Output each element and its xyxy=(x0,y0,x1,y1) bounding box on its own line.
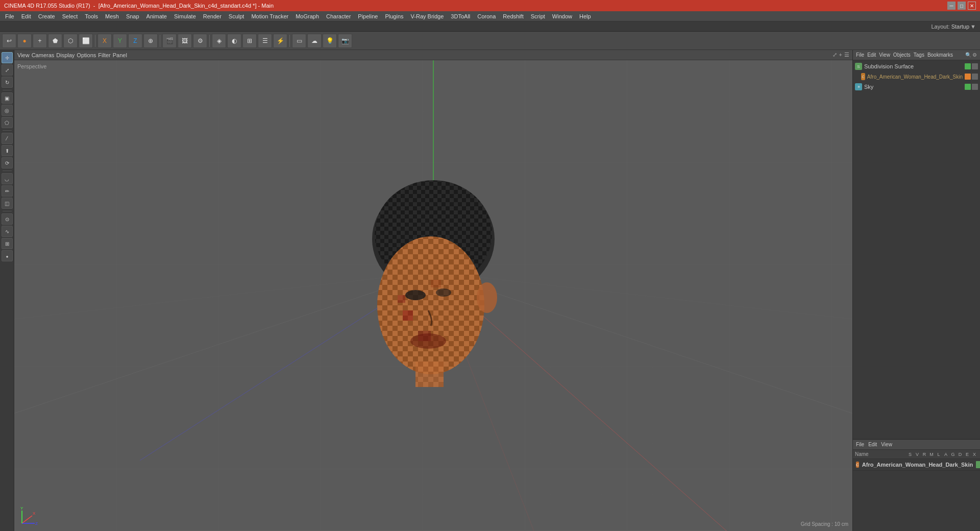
subdivision-dot-2[interactable] xyxy=(972,63,978,69)
menu-simulate[interactable]: Simulate xyxy=(171,12,199,20)
menu-render[interactable]: Render xyxy=(200,12,225,20)
attr-menu-edit[interactable]: Edit xyxy=(868,442,877,447)
render-view-button[interactable]: 🎬 xyxy=(162,34,177,48)
menu-mograph[interactable]: MoGraph xyxy=(292,12,322,20)
menu-plugins[interactable]: Plugins xyxy=(382,12,406,20)
x-axis-button[interactable]: X xyxy=(97,34,112,48)
attr-menu-view[interactable]: View xyxy=(881,442,892,447)
poly-mode-button[interactable]: ⬡ xyxy=(63,34,78,48)
menu-file[interactable]: File xyxy=(2,12,17,20)
viewport-ctrl-3[interactable]: ☰ xyxy=(844,52,849,58)
undo-button[interactable]: ↩ xyxy=(2,34,16,48)
paint-tool[interactable]: ✏ xyxy=(2,185,13,197)
viewport-display-button[interactable]: ◈ xyxy=(212,34,226,48)
menu-motion-tracker[interactable]: Motion Tracker xyxy=(248,12,291,20)
render-button[interactable]: 🖼 xyxy=(178,34,192,48)
camera-button[interactable]: 📷 xyxy=(338,34,352,48)
select-all-button[interactable]: ⬜ xyxy=(79,34,93,48)
object-mode-button[interactable]: ● xyxy=(17,34,32,48)
obj-menu-tags[interactable]: Tags xyxy=(914,52,924,58)
scale-tool[interactable]: ⤢ xyxy=(2,64,13,76)
obj-menu-bookmarks[interactable]: Bookmarks xyxy=(927,52,953,58)
viewport-menu-cameras[interactable]: Cameras xyxy=(32,52,55,58)
mesh-tool[interactable]: ⊞ xyxy=(2,238,13,249)
move-tool[interactable]: ✛ xyxy=(2,52,13,63)
menu-corona[interactable]: Corona xyxy=(474,12,499,20)
select-rect-tool[interactable]: ▣ xyxy=(2,92,13,104)
menu-edit[interactable]: Edit xyxy=(18,12,34,20)
svg-point-27 xyxy=(436,288,451,297)
menu-pipeline[interactable]: Pipeline xyxy=(355,12,381,20)
minimize-button[interactable]: ─ xyxy=(947,2,955,10)
all-axes-button[interactable]: ⊕ xyxy=(143,34,158,48)
menu-window[interactable]: Window xyxy=(549,12,575,20)
menu-sculpt[interactable]: Sculpt xyxy=(226,12,248,20)
obj-item-sky[interactable]: ☀ Sky xyxy=(853,82,980,92)
menu-redshift[interactable]: Redshift xyxy=(500,12,526,20)
extrude-tool[interactable]: ⬆ xyxy=(2,145,13,156)
obj-settings-icon[interactable]: ⚙ xyxy=(972,52,977,58)
light-button[interactable]: 💡 xyxy=(323,34,337,48)
head-dot-1[interactable] xyxy=(965,74,971,80)
select-poly-tool[interactable]: ⬠ xyxy=(2,117,13,128)
right-panel: File Edit View Objects Tags Bookmarks 🔍 … xyxy=(852,50,980,531)
subdivision-dot-1[interactable] xyxy=(965,63,971,69)
viewport-shading-button[interactable]: ◐ xyxy=(227,34,241,48)
knife-tool[interactable]: ∕ xyxy=(2,133,13,144)
menu-select[interactable]: Select xyxy=(59,12,81,20)
obj-search-icon[interactable]: 🔍 xyxy=(965,52,971,58)
obj-menu-file[interactable]: File xyxy=(856,52,864,58)
weight-tool[interactable]: ⬥ xyxy=(2,250,13,261)
menu-help[interactable]: Help xyxy=(576,12,594,20)
viewport-menu-display[interactable]: Display xyxy=(56,52,75,58)
menu-animate[interactable]: Animate xyxy=(143,12,170,20)
menu-vray[interactable]: V-Ray Bridge xyxy=(408,12,447,20)
render-settings-button[interactable]: ⚙ xyxy=(193,34,207,48)
layout-arrow[interactable]: ▼ xyxy=(970,23,976,30)
menu-tools[interactable]: Tools xyxy=(82,12,101,20)
viewport-3d[interactable]: Perspective xyxy=(14,60,852,531)
loop-tool[interactable]: ⟳ xyxy=(2,157,13,168)
obj-item-subdivision[interactable]: S Subdivision Surface xyxy=(853,61,980,71)
edges-mode-button[interactable]: ⬟ xyxy=(48,34,62,48)
sky-dot-1[interactable] xyxy=(965,84,971,90)
viewport-ctrl-2[interactable]: + xyxy=(839,52,842,58)
magnet-tool[interactable]: ⊙ xyxy=(2,213,13,225)
y-axis-button[interactable]: Y xyxy=(113,34,127,48)
menu-script[interactable]: Script xyxy=(528,12,548,20)
sculpt-tool[interactable]: ◡ xyxy=(2,173,13,184)
maximize-button[interactable]: □ xyxy=(958,2,966,10)
obj-menu-objects[interactable]: Objects xyxy=(893,52,911,58)
floor-button[interactable]: ▭ xyxy=(292,34,306,48)
layout-value[interactable]: Startup xyxy=(951,23,969,30)
menu-3dtoall[interactable]: 3DToAll xyxy=(448,12,473,20)
attr-menu-file[interactable]: File xyxy=(856,442,864,447)
close-button[interactable]: ✕ xyxy=(968,2,976,10)
svg-line-36 xyxy=(22,516,32,523)
rotate-tool[interactable]: ↻ xyxy=(2,77,13,88)
menu-character[interactable]: Character xyxy=(323,12,354,20)
menu-snap[interactable]: Snap xyxy=(123,12,142,20)
obj-menu-edit[interactable]: Edit xyxy=(867,52,876,58)
viewport-wire-button[interactable]: ⊞ xyxy=(242,34,257,48)
viewport-filter-button[interactable]: ☰ xyxy=(258,34,272,48)
z-axis-button[interactable]: Z xyxy=(128,34,142,48)
attr-ctrl-s[interactable] xyxy=(976,461,980,468)
texture-tool[interactable]: ◫ xyxy=(2,198,13,209)
viewport-menu-filter[interactable]: Filter xyxy=(98,52,110,58)
viewport-menu-view[interactable]: View xyxy=(17,52,30,58)
sky-button[interactable]: ☁ xyxy=(307,34,322,48)
obj-menu-view[interactable]: View xyxy=(879,52,890,58)
viewport-options-button[interactable]: ⚡ xyxy=(273,34,287,48)
points-mode-button[interactable]: + xyxy=(33,34,47,48)
spline-tool[interactable]: ∿ xyxy=(2,226,13,237)
viewport-menu-options[interactable]: Options xyxy=(77,52,96,58)
sky-dot-2[interactable] xyxy=(972,84,978,90)
viewport-menu-panel[interactable]: Panel xyxy=(113,52,127,58)
viewport-ctrl-1[interactable]: ⤢ xyxy=(832,52,837,58)
obj-item-head[interactable]: C Afro_American_Woman_Head_Dark_Skin xyxy=(853,71,980,82)
menu-create[interactable]: Create xyxy=(35,12,58,20)
head-dot-2[interactable] xyxy=(972,74,978,80)
menu-mesh[interactable]: Mesh xyxy=(102,12,122,20)
select-live-tool[interactable]: ◎ xyxy=(2,105,13,116)
